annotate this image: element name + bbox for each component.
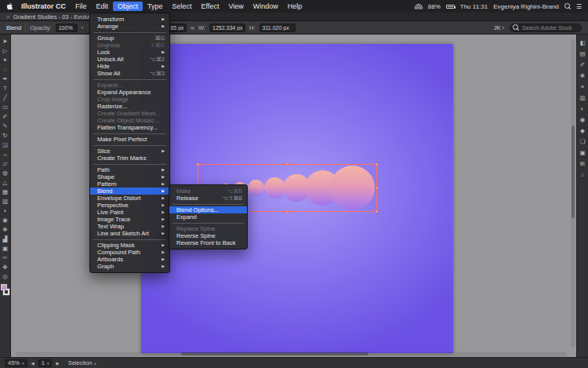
menu-item-text-wrap[interactable]: Text Wrap▶ — [90, 223, 169, 230]
menu-item-make[interactable]: Make⌥⌘B▶ — [169, 188, 247, 195]
layers-panel-tab[interactable]: ❏ — [579, 137, 585, 148]
opacity-dropdown-caret[interactable]: ▾ — [82, 25, 84, 30]
status-indicator[interactable]: Selection ▸ — [68, 359, 96, 366]
notification-center-icon[interactable]: ☰ — [576, 3, 582, 10]
menu-item-rasterize[interactable]: Rasterize...▶ — [90, 103, 169, 110]
menu-item-shape[interactable]: Shape▶ — [90, 173, 169, 180]
menu-item-expand[interactable]: Expand...▶ — [90, 82, 169, 89]
menu-item-replace-spine[interactable]: Replace Spine▶ — [169, 225, 247, 232]
menu-item-arrange[interactable]: Arrange▶ — [90, 23, 169, 30]
direct-selection-tool-button[interactable]: ▷ — [2, 46, 9, 56]
rotate-tool-button[interactable]: ↻ — [2, 131, 9, 140]
selection-handle[interactable] — [197, 163, 199, 166]
menu-item-pattern[interactable]: Pattern▶ — [90, 180, 169, 188]
menu-item-clipping-mask[interactable]: Clipping Mask▶ — [90, 242, 169, 249]
menu-item-create-trim-marks[interactable]: Create Trim Marks▶ — [90, 155, 169, 162]
search-adobe-stock-input[interactable] — [510, 24, 582, 32]
selection-handle[interactable] — [286, 163, 289, 166]
menubar-item-window[interactable]: Window — [249, 2, 283, 11]
lasso-tool-button[interactable]: ◌ — [2, 65, 9, 75]
perspective-grid-tool-button[interactable]: △ — [2, 178, 9, 188]
menu-item-crop-image[interactable]: Crop Image▶ — [90, 96, 169, 103]
menu-item-slice[interactable]: Slice▶ — [90, 148, 169, 155]
pencil-tool-button[interactable]: ✎ — [2, 122, 9, 131]
previous-artboard-button[interactable]: ◀ — [31, 361, 34, 366]
appearance-panel-tab[interactable]: ◉ — [579, 115, 585, 126]
menu-item-blend[interactable]: Blend▶ — [90, 188, 169, 195]
gradient-panel-tab[interactable]: ▥ — [579, 93, 585, 104]
menu-item-transform[interactable]: Transform▶ — [90, 16, 169, 23]
constrain-proportions-icon[interactable]: ∞ — [191, 25, 194, 31]
menu-item-create-gradient-mesh[interactable]: Create Gradient Mesh...▶ — [90, 110, 169, 117]
h-input[interactable] — [260, 24, 296, 32]
color-panel-tab[interactable]: ◧ — [579, 38, 585, 49]
selection-handle[interactable] — [376, 210, 378, 213]
menu-item-envelope-distort[interactable]: Envelope Distort▶ — [90, 195, 169, 202]
menu-item-hide[interactable]: Hide▶ — [90, 63, 169, 70]
menubar-item-file[interactable]: File — [71, 2, 92, 11]
menubar-item-help[interactable]: Help — [283, 2, 307, 11]
free-transform-tool-button[interactable]: ▱ — [2, 159, 9, 169]
menu-item-blend-options[interactable]: Blend Options...▶ — [169, 206, 247, 213]
transparency-panel-tab[interactable]: ◐ — [579, 104, 585, 115]
mesh-tool-button[interactable]: ▦ — [2, 188, 9, 197]
menu-item-make-pixel-perfect[interactable]: Make Pixel Perfect▶ — [90, 136, 169, 143]
vertical-scrollbar-thumb[interactable] — [572, 126, 575, 218]
menubar-item-edit[interactable]: Edit — [92, 2, 114, 11]
battery-icon[interactable] — [446, 5, 455, 9]
menubar-item-illustrator-cc[interactable]: Illustrator CC — [16, 2, 71, 11]
menu-item-release[interactable]: Release⌥⇧⌘B▶ — [169, 195, 247, 202]
align-panel-tab[interactable]: ⊞ — [579, 158, 585, 169]
selection-tool-button[interactable]: ➤ — [2, 37, 9, 46]
menu-item-show-all[interactable]: Show All⌥⌘3▶ — [90, 70, 169, 77]
paintbrush-tool-button[interactable]: ✐ — [2, 112, 9, 122]
scale-tool-button[interactable]: ◳ — [2, 140, 9, 150]
menu-item-compound-path[interactable]: Compound Path▶ — [90, 249, 169, 256]
hand-tool-button[interactable]: ✥ — [2, 263, 9, 272]
gradient-tool-button[interactable]: ▥ — [2, 197, 9, 206]
artboard-tool-button[interactable]: ▣ — [2, 244, 9, 253]
menu-item-create-object-mosaic[interactable]: Create Object Mosaic...▶ — [90, 117, 169, 124]
menubar-item-object[interactable]: Object — [113, 2, 143, 11]
artboards-panel-tab[interactable]: ▣ — [579, 148, 585, 158]
menu-item-live-paint[interactable]: Live Paint▶ — [90, 209, 169, 216]
menu-item-image-trace[interactable]: Image Trace▶ — [90, 216, 169, 223]
menubar-item-select[interactable]: Select — [168, 2, 197, 11]
symbol-sprayer-tool-button[interactable]: ❋ — [2, 225, 9, 235]
menu-item-unlock-all[interactable]: Unlock All⌥⌘2▶ — [90, 56, 169, 63]
swatches-panel-tab[interactable]: ▤ — [579, 49, 585, 60]
graphic-styles-panel-tab[interactable]: ◆ — [579, 126, 585, 137]
next-artboard-button[interactable]: ▶ — [56, 361, 59, 366]
opacity-input[interactable] — [56, 24, 78, 32]
menu-item-path[interactable]: Path▶ — [90, 166, 169, 173]
menu-item-group[interactable]: Group⌘G▶ — [90, 35, 169, 42]
wifi-icon[interactable] — [415, 4, 423, 9]
stroke-panel-tab[interactable]: ≡ — [579, 82, 585, 93]
menubar-clock[interactable]: Thu 11:31 — [460, 3, 488, 10]
menubar-item-view[interactable]: View — [223, 2, 248, 11]
symbols-panel-tab[interactable]: ❋ — [579, 71, 585, 82]
menu-item-flatten-transparency[interactable]: Flatten Transparency...▶ — [90, 124, 169, 131]
workspace-switcher[interactable]: JK▾ — [494, 24, 504, 31]
selection-handle[interactable] — [376, 187, 378, 189]
apple-menu-icon[interactable] — [6, 2, 13, 10]
menubar-user-name[interactable]: Evgeniya Righini-Brand — [493, 3, 559, 10]
menu-item-perspective[interactable]: Perspective▶ — [90, 202, 169, 209]
menu-item-reverse-front-to-back[interactable]: Reverse Front to Back▶ — [169, 239, 247, 246]
rectangle-tool-button[interactable]: ▭ — [2, 103, 9, 112]
eyedropper-tool-button[interactable]: ◗ — [2, 206, 9, 216]
line-segment-tool-button[interactable]: ╱ — [2, 93, 9, 103]
slice-tool-button[interactable]: ✂ — [2, 253, 9, 263]
menu-item-expand-blend[interactable]: Expand▶ — [169, 213, 247, 220]
menu-item-reverse-spine[interactable]: Reverse Spine▶ — [169, 232, 247, 239]
column-graph-tool-button[interactable]: ▟ — [2, 235, 9, 244]
horizontal-scrollbar[interactable] — [16, 352, 567, 356]
width-tool-button[interactable]: ↔ — [2, 150, 9, 159]
selection-handle[interactable] — [376, 163, 378, 166]
menu-item-line-and-sketch-art[interactable]: Line and Sketch Art▶ — [90, 230, 169, 237]
zoom-level-dropdown[interactable]: 45% ▾ — [5, 359, 27, 367]
pen-tool-button[interactable]: ✒ — [2, 75, 9, 84]
shape-builder-tool-button[interactable]: ◍ — [2, 169, 9, 178]
menubar-item-effect[interactable]: Effect — [197, 2, 224, 11]
menu-item-graph[interactable]: Graph▶ — [90, 263, 169, 270]
